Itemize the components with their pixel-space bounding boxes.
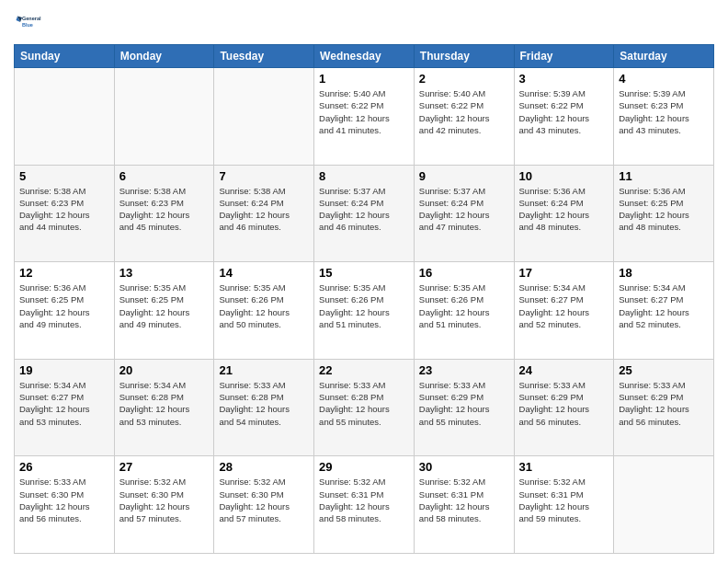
day-number: 12 [19,266,109,280]
calendar-day: 4Sunrise: 5:39 AM Sunset: 6:23 PM Daylig… [614,68,714,166]
day-info: Sunrise: 5:40 AM Sunset: 6:22 PM Dayligh… [319,87,409,136]
day-info: Sunrise: 5:32 AM Sunset: 6:30 PM Dayligh… [219,476,309,524]
day-info: Sunrise: 5:33 AM Sunset: 6:29 PM Dayligh… [619,379,709,428]
calendar-header-sunday: Sunday [15,45,115,68]
calendar-day: 28Sunrise: 5:32 AM Sunset: 6:30 PM Dayli… [214,456,314,554]
calendar-day: 1Sunrise: 5:40 AM Sunset: 6:22 PM Daylig… [314,68,415,166]
calendar-day: 19Sunrise: 5:34 AM Sunset: 6:27 PM Dayli… [15,359,115,456]
calendar-day: 7Sunrise: 5:38 AM Sunset: 6:24 PM Daylig… [214,165,314,262]
day-number: 9 [419,169,509,183]
day-number: 13 [119,266,210,280]
day-info: Sunrise: 5:39 AM Sunset: 6:22 PM Dayligh… [519,87,609,136]
day-number: 17 [519,266,609,280]
day-info: Sunrise: 5:35 AM Sunset: 6:25 PM Dayligh… [119,282,210,330]
day-number: 25 [619,363,709,377]
day-info: Sunrise: 5:34 AM Sunset: 6:27 PM Dayligh… [19,379,109,428]
day-info: Sunrise: 5:36 AM Sunset: 6:25 PM Dayligh… [19,282,109,330]
day-number: 16 [419,266,509,280]
day-info: Sunrise: 5:36 AM Sunset: 6:25 PM Dayligh… [619,185,709,234]
calendar-day: 17Sunrise: 5:34 AM Sunset: 6:27 PM Dayli… [514,262,614,360]
day-info: Sunrise: 5:33 AM Sunset: 6:29 PM Dayligh… [519,379,609,428]
day-info: Sunrise: 5:34 AM Sunset: 6:27 PM Dayligh… [519,282,609,330]
day-info: Sunrise: 5:33 AM Sunset: 6:30 PM Dayligh… [19,476,109,524]
day-info: Sunrise: 5:33 AM Sunset: 6:29 PM Dayligh… [419,379,509,428]
calendar-day: 5Sunrise: 5:38 AM Sunset: 6:23 PM Daylig… [15,165,115,262]
day-number: 21 [219,363,309,377]
calendar-day: 3Sunrise: 5:39 AM Sunset: 6:22 PM Daylig… [514,68,614,166]
logo: General Blue [14,9,41,37]
day-number: 4 [619,72,709,86]
calendar-header-saturday: Saturday [614,45,714,68]
calendar-day: 21Sunrise: 5:33 AM Sunset: 6:28 PM Dayli… [214,359,314,456]
day-number: 11 [619,169,709,183]
day-number: 26 [19,460,109,474]
header: General Blue [14,9,714,37]
day-info: Sunrise: 5:32 AM Sunset: 6:31 PM Dayligh… [519,476,609,524]
calendar-header-row: SundayMondayTuesdayWednesdayThursdayFrid… [15,45,714,68]
calendar-day: 15Sunrise: 5:35 AM Sunset: 6:26 PM Dayli… [314,262,415,360]
day-number: 5 [19,169,109,183]
day-number: 15 [319,266,409,280]
day-number: 7 [219,169,309,183]
day-number: 6 [119,169,210,183]
calendar-week-3: 12Sunrise: 5:36 AM Sunset: 6:25 PM Dayli… [15,262,714,360]
calendar-day: 9Sunrise: 5:37 AM Sunset: 6:24 PM Daylig… [414,165,514,262]
calendar-day: 16Sunrise: 5:35 AM Sunset: 6:26 PM Dayli… [414,262,514,360]
day-info: Sunrise: 5:32 AM Sunset: 6:31 PM Dayligh… [419,476,509,524]
day-number: 30 [419,460,509,474]
calendar-day: 12Sunrise: 5:36 AM Sunset: 6:25 PM Dayli… [15,262,115,360]
day-info: Sunrise: 5:38 AM Sunset: 6:23 PM Dayligh… [119,185,210,234]
day-number: 3 [519,72,609,86]
day-number: 1 [319,72,409,86]
day-number: 14 [219,266,309,280]
calendar-day: 24Sunrise: 5:33 AM Sunset: 6:29 PM Dayli… [514,359,614,456]
day-info: Sunrise: 5:37 AM Sunset: 6:24 PM Dayligh… [419,185,509,234]
day-number: 22 [319,363,409,377]
day-info: Sunrise: 5:39 AM Sunset: 6:23 PM Dayligh… [619,87,709,136]
calendar-day [214,68,314,166]
day-info: Sunrise: 5:34 AM Sunset: 6:27 PM Dayligh… [619,282,709,330]
calendar-week-2: 5Sunrise: 5:38 AM Sunset: 6:23 PM Daylig… [15,165,714,262]
calendar-week-1: 1Sunrise: 5:40 AM Sunset: 6:22 PM Daylig… [15,68,714,166]
calendar-day: 2Sunrise: 5:40 AM Sunset: 6:22 PM Daylig… [414,68,514,166]
calendar-day: 13Sunrise: 5:35 AM Sunset: 6:25 PM Dayli… [114,262,214,360]
day-number: 31 [519,460,609,474]
calendar-day: 29Sunrise: 5:32 AM Sunset: 6:31 PM Dayli… [314,456,415,554]
day-number: 24 [519,363,609,377]
calendar-day: 22Sunrise: 5:33 AM Sunset: 6:28 PM Dayli… [314,359,415,456]
calendar-day: 25Sunrise: 5:33 AM Sunset: 6:29 PM Dayli… [614,359,714,456]
svg-text:Blue: Blue [22,22,33,28]
day-number: 23 [419,363,509,377]
calendar-day: 18Sunrise: 5:34 AM Sunset: 6:27 PM Dayli… [614,262,714,360]
calendar-day [15,68,115,166]
calendar-table: SundayMondayTuesdayWednesdayThursdayFrid… [14,44,714,554]
day-info: Sunrise: 5:32 AM Sunset: 6:30 PM Dayligh… [119,476,210,524]
day-info: Sunrise: 5:40 AM Sunset: 6:22 PM Dayligh… [419,87,509,136]
day-info: Sunrise: 5:36 AM Sunset: 6:24 PM Dayligh… [519,185,609,234]
day-number: 27 [119,460,210,474]
calendar-day [614,456,714,554]
calendar-day [114,68,214,166]
day-info: Sunrise: 5:38 AM Sunset: 6:24 PM Dayligh… [219,185,309,234]
calendar-day: 11Sunrise: 5:36 AM Sunset: 6:25 PM Dayli… [614,165,714,262]
day-number: 18 [619,266,709,280]
day-number: 10 [519,169,609,183]
day-info: Sunrise: 5:33 AM Sunset: 6:28 PM Dayligh… [219,379,309,428]
day-number: 19 [19,363,109,377]
day-info: Sunrise: 5:32 AM Sunset: 6:31 PM Dayligh… [319,476,409,524]
day-number: 28 [219,460,309,474]
calendar-header-tuesday: Tuesday [214,45,314,68]
page: General Blue SundayMondayTuesdayWednesda… [0,0,728,563]
day-info: Sunrise: 5:33 AM Sunset: 6:28 PM Dayligh… [319,379,409,428]
day-number: 2 [419,72,509,86]
calendar-header-friday: Friday [514,45,614,68]
calendar-day: 8Sunrise: 5:37 AM Sunset: 6:24 PM Daylig… [314,165,415,262]
calendar-day: 20Sunrise: 5:34 AM Sunset: 6:28 PM Dayli… [114,359,214,456]
calendar-header-thursday: Thursday [414,45,514,68]
day-number: 8 [319,169,409,183]
calendar-day: 30Sunrise: 5:32 AM Sunset: 6:31 PM Dayli… [414,456,514,554]
day-info: Sunrise: 5:35 AM Sunset: 6:26 PM Dayligh… [419,282,509,330]
calendar-header-wednesday: Wednesday [314,45,415,68]
calendar-week-4: 19Sunrise: 5:34 AM Sunset: 6:27 PM Dayli… [15,359,714,456]
day-info: Sunrise: 5:37 AM Sunset: 6:24 PM Dayligh… [319,185,409,234]
